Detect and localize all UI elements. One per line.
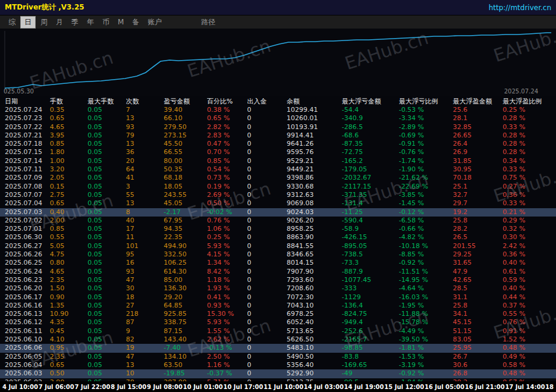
table-row[interactable]: 2025.07.230.650.051366.100.65 %010260.01…	[0, 114, 556, 123]
cell-max-float-profit: 42.65	[453, 276, 502, 284]
cell-date: 2025.06.05	[0, 353, 50, 361]
table-row[interactable]: 2025.07.213.950.0579273.152.83 %09914.41…	[0, 131, 556, 140]
cell-max-float-loss-ratio: -4.82 %	[399, 233, 453, 242]
table-row[interactable]: 2025.06.275.050.05101494.905.93 %08841.5…	[0, 242, 556, 250]
cell-lots: 0.85	[50, 140, 88, 148]
cell-deposit: 0	[247, 353, 287, 361]
menu-tab-9[interactable]: 备	[128, 17, 143, 28]
table-row[interactable]: 2025.06.161.350.052764.850.93 %07043.10-…	[0, 302, 556, 310]
cell-max-float-profit-ratio: 1.52 %	[502, 335, 556, 344]
cell-count: 20	[126, 157, 164, 165]
cell-max-float-loss: -2165.7	[342, 335, 399, 344]
col-header-max-float-profit[interactable]: 最大浮盈金额	[453, 96, 502, 106]
cell-max-float-loss-ratio: -1.81 %	[399, 344, 453, 352]
daily-stats-table: 日期手数最大手数次数盈亏金额百分比%出入金余额最大浮亏金额最大浮亏比例最大浮盈金…	[0, 96, 556, 387]
cell-percent: 0.41 %	[207, 293, 247, 302]
cell-max-float-loss-ratio: -4.64 %	[399, 284, 453, 293]
cell-lots: 2.35	[50, 353, 88, 361]
table-row[interactable]: 2025.07.040.650.051345.050.50 %09069.08-…	[0, 199, 556, 208]
table-row[interactable]: 2025.06.124.350.0587338.755.93 %06052.40…	[0, 318, 556, 327]
cell-max-float-profit-ratio: 0.34 %	[502, 157, 556, 165]
col-header-percent[interactable]: 百分比%	[207, 96, 247, 106]
cell-balance: 9529.21	[287, 157, 342, 165]
menu-tab-4[interactable]: 月	[52, 17, 67, 28]
cell-max-float-profit-ratio: 0.36 %	[502, 250, 556, 259]
table-row[interactable]: 2025.07.224.650.0593279.502.82 %010193.9…	[0, 123, 556, 131]
table-row[interactable]: 2025.07.010.850.051794.351.06 %08958.25-…	[0, 225, 556, 233]
col-header-deposit[interactable]: 出入金	[247, 96, 287, 106]
table-row[interactable]: 2025.06.232.350.054785.001.18 %07293.60-…	[0, 276, 556, 284]
table-row[interactable]: 2025.06.1310.900.05218925.8515.30 %06978…	[0, 310, 556, 318]
cell-max-float-profit-ratio: 0.21 %	[502, 208, 556, 217]
table-row[interactable]: 2025.06.040.650.051363.501.16 %05356.40-…	[0, 361, 556, 369]
col-header-balance[interactable]: 余额	[287, 96, 342, 106]
table-row[interactable]: 2025.06.201.500.0530136.301.93 %07208.60…	[0, 284, 556, 293]
cell-max-float-profit: 26.4	[453, 140, 502, 148]
cell-percent: -0.02 %	[207, 208, 247, 217]
menu-tab-6[interactable]: 年	[83, 17, 98, 28]
cell-percent: 1.55 %	[207, 327, 247, 335]
col-header-max-float-profit-ratio[interactable]: 最大浮盈比例	[502, 96, 556, 106]
cell-deposit: 0	[247, 302, 287, 310]
cell-date: 2025.07.03	[0, 208, 50, 217]
table-row[interactable]: 2025.07.151.800.053666.550.70 %09595.76-…	[0, 148, 556, 156]
menu-tab-5[interactable]: 季	[68, 17, 82, 28]
cell-pl-amount: 273.15	[164, 131, 207, 140]
col-header-lots[interactable]: 手数	[50, 96, 88, 106]
cell-deposit: 0	[247, 335, 287, 344]
menu-tab-3[interactable]: 周	[37, 17, 51, 28]
cell-count: 10	[126, 369, 164, 378]
cell-max-float-loss: -72.75	[342, 148, 399, 156]
table-row[interactable]: 2025.07.022.000.054067.950.76 %09026.20-…	[0, 217, 556, 225]
table-row[interactable]: 2025.06.300.550.051122.350.25 %08863.90-…	[0, 233, 556, 242]
table-row[interactable]: 2025.07.092.050.054168.180.73 %09398.86-…	[0, 174, 556, 182]
table-row[interactable]: 2025.06.030.500.0510-19.85-0.37 %05292.9…	[0, 369, 556, 378]
menu-bar: 综日周月季年币M备账户 路径	[0, 15, 556, 29]
cell-deposit: 0	[247, 208, 287, 217]
menu-tab-1[interactable]: 综	[5, 17, 19, 28]
menu-tab-8[interactable]: M	[114, 17, 127, 27]
col-header-count[interactable]: 次数	[126, 96, 164, 106]
cell-max-float-profit-ratio: 0.61 %	[502, 268, 556, 276]
menu-tab-10[interactable]: 账户	[144, 17, 165, 28]
cell-max-float-loss-ratio: -3.19 %	[399, 361, 453, 369]
table-row[interactable]: 2025.06.170.900.051829.200.41 %07072.30-…	[0, 293, 556, 302]
cell-max-float-loss-ratio: -8.85 %	[399, 250, 453, 259]
cell-percent: 2.69 %	[207, 191, 247, 199]
col-header-date[interactable]: 日期	[0, 96, 50, 106]
cell-max-float-loss: -68.6	[342, 131, 399, 140]
cell-max-float-profit: 30.6	[453, 361, 502, 369]
cell-pl-amount: 94.35	[164, 225, 207, 233]
menu-tab-2[interactable]: 日	[20, 16, 36, 29]
table-row[interactable]: 2025.06.104.100.0582143.402.62 %05626.50…	[0, 335, 556, 344]
website-link[interactable]: http://mtdriver.cn	[489, 4, 551, 12]
menu-tab-7[interactable]: 币	[99, 17, 113, 28]
cell-max-lots: 0.05	[87, 344, 126, 352]
table-row[interactable]: 2025.06.110.450.05987.151.55 %05713.65-2…	[0, 327, 556, 335]
cell-max-float-loss: -131.4	[342, 199, 399, 208]
table-row[interactable]: 2025.07.030.400.058-2.17-0.02 %09024.03-…	[0, 208, 556, 217]
table-row[interactable]: 2025.06.244.650.0593614.308.42 %07907.90…	[0, 268, 556, 276]
table-row[interactable]: 2025.07.080.150.05318.050.19 %09330.68-2…	[0, 183, 556, 191]
cell-lots: 4.65	[50, 268, 88, 276]
menu-item-path[interactable]: 路径	[197, 17, 219, 28]
table-row[interactable]: 2025.06.264.750.0595332.504.15 %08346.65…	[0, 250, 556, 259]
cell-count: 11	[126, 233, 164, 242]
table-row[interactable]: 2025.07.141.000.052080.000.85 %09529.21-…	[0, 157, 556, 165]
table-row[interactable]: 2025.07.240.350.05739.400.38 %010299.41-…	[0, 106, 556, 114]
col-header-max-float-loss-ratio[interactable]: 最大浮亏比例	[399, 96, 453, 106]
time-axis-label: 17 Jul 14:00	[505, 384, 545, 390]
col-header-max-float-loss[interactable]: 最大浮亏金额	[342, 96, 399, 106]
table-row[interactable]: 2025.06.060.950.0519-7.40-0.13 %05483.10…	[0, 344, 556, 352]
cell-deposit: 0	[247, 369, 287, 378]
cell-max-float-profit: 25.6	[453, 106, 502, 114]
table-row[interactable]: 2025.07.113.200.056450.350.54 %09449.21-…	[0, 165, 556, 174]
table-row[interactable]: 2025.07.180.850.051345.500.47 %09641.26-…	[0, 140, 556, 148]
col-header-max-lots[interactable]: 最大手数	[87, 96, 126, 106]
table-row[interactable]: 2025.06.052.350.0547134.102.50 %05490.50…	[0, 353, 556, 361]
cell-deposit: 0	[247, 284, 287, 293]
col-header-pl-amount[interactable]: 盈亏金额	[164, 96, 207, 106]
table-row[interactable]: 2025.07.072.750.0555243.552.69 %09312.63…	[0, 191, 556, 199]
table-row[interactable]: 2025.06.250.800.0516106.251.34 %08014.15…	[0, 259, 556, 267]
cell-date: 2025.06.24	[0, 268, 50, 276]
